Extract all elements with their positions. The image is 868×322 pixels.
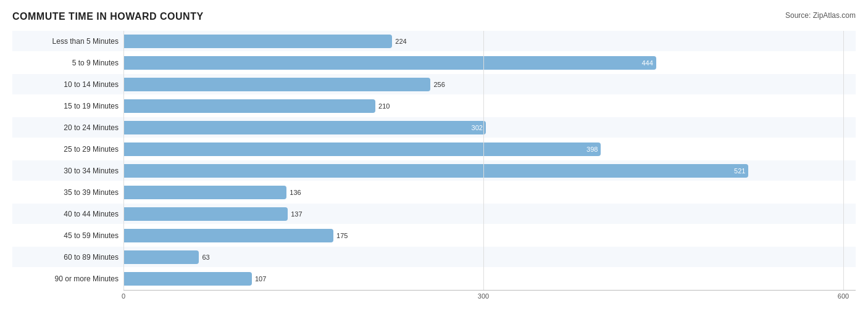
chart-source: Source: ZipAtlas.com	[785, 11, 856, 20]
bar-value: 136	[290, 189, 301, 196]
bar-value: 398	[586, 146, 598, 153]
x-axis-tick: 300	[478, 292, 489, 300]
chart-header: COMMUTE TIME IN HOWARD COUNTY Source: Zi…	[12, 11, 856, 22]
bar-track: 224	[123, 31, 856, 51]
bar-value: 107	[255, 275, 266, 283]
x-axis: 0300600	[123, 290, 856, 302]
bar-value: 444	[641, 59, 653, 67]
bar-track: 256	[123, 74, 856, 94]
bar-row: 30 to 34 Minutes521	[12, 160, 856, 181]
bar-label: Less than 5 Minutes	[12, 37, 123, 46]
bar-value: 63	[202, 254, 209, 261]
bar-fill	[123, 250, 199, 264]
bar-value: 256	[433, 81, 444, 88]
bar-label: 60 to 89 Minutes	[12, 253, 123, 262]
chart-title: COMMUTE TIME IN HOWARD COUNTY	[12, 11, 204, 22]
bar-label: 20 to 24 Minutes	[12, 123, 123, 132]
bar-value: 224	[395, 38, 406, 45]
bar-fill	[123, 207, 288, 221]
bar-track: 210	[123, 96, 856, 116]
bar-label: 10 to 14 Minutes	[12, 80, 123, 89]
bar-row: 90 or more Minutes107	[12, 268, 856, 289]
chart-container: COMMUTE TIME IN HOWARD COUNTY Source: Zi…	[0, 0, 868, 322]
bar-value: 175	[336, 232, 348, 239]
bar-fill: 521	[123, 164, 748, 178]
bar-fill: 398	[123, 142, 601, 156]
bar-row: 45 to 59 Minutes175	[12, 225, 856, 246]
bar-track: 107	[123, 268, 856, 289]
bar-value: 137	[291, 210, 302, 218]
bar-row: Less than 5 Minutes224	[12, 31, 856, 51]
bar-value: 302	[472, 124, 483, 131]
bar-label: 25 to 29 Minutes	[12, 145, 123, 154]
bar-track: 398	[123, 139, 856, 159]
bar-fill	[123, 35, 392, 48]
bar-value: 210	[378, 102, 390, 110]
bar-track: 521	[123, 160, 856, 181]
bar-label: 5 to 9 Minutes	[12, 59, 123, 67]
bar-fill	[123, 78, 430, 91]
bar-fill	[123, 186, 286, 199]
bar-fill	[123, 99, 375, 113]
bar-label: 45 to 59 Minutes	[12, 231, 123, 240]
bar-track: 175	[123, 225, 856, 246]
bar-track: 63	[123, 247, 856, 267]
bar-fill	[123, 229, 333, 242]
bar-row: 25 to 29 Minutes398	[12, 139, 856, 159]
bar-row: 60 to 89 Minutes63	[12, 247, 856, 267]
bar-track: 302	[123, 117, 856, 138]
bar-row: 10 to 14 Minutes256	[12, 74, 856, 94]
bar-row: 20 to 24 Minutes302	[12, 117, 856, 138]
bar-label: 15 to 19 Minutes	[12, 102, 123, 110]
x-axis-tick: 0	[122, 292, 125, 300]
bar-fill: 302	[123, 121, 486, 134]
bar-row: 40 to 44 Minutes137	[12, 204, 856, 224]
bar-label: 35 to 39 Minutes	[12, 188, 123, 197]
bar-track: 444	[123, 52, 856, 73]
bar-fill: 444	[123, 56, 656, 70]
bar-row: 15 to 19 Minutes210	[12, 96, 856, 116]
bar-track: 137	[123, 204, 856, 224]
bars-area: Less than 5 Minutes2245 to 9 Minutes4441…	[12, 31, 856, 289]
bar-track: 136	[123, 182, 856, 202]
bar-label: 90 or more Minutes	[12, 275, 123, 283]
bar-fill	[123, 272, 252, 286]
bar-row: 5 to 9 Minutes444	[12, 52, 856, 73]
bar-value: 521	[734, 167, 745, 175]
bar-label: 30 to 34 Minutes	[12, 167, 123, 175]
bar-row: 35 to 39 Minutes136	[12, 182, 856, 202]
bar-label: 40 to 44 Minutes	[12, 210, 123, 218]
x-axis-tick: 600	[838, 292, 849, 300]
